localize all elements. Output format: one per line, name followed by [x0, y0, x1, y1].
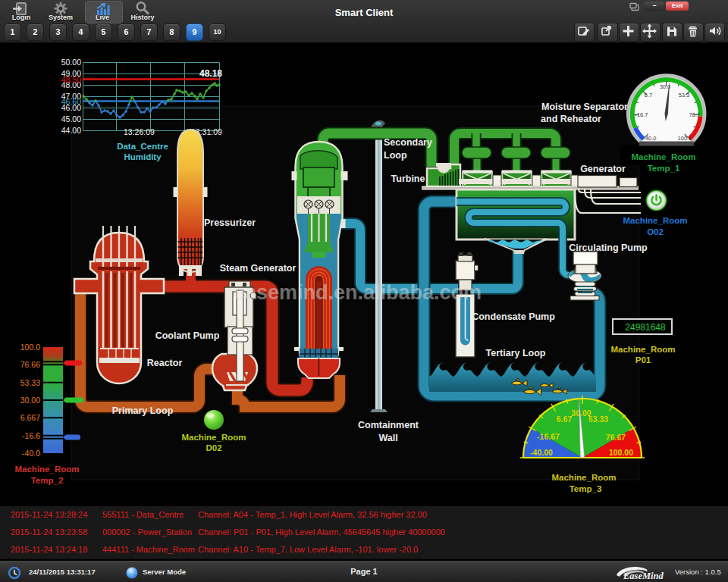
svg-text:EaseMind: EaseMind — [623, 571, 664, 581]
svg-text:Generator: Generator — [580, 164, 626, 174]
svg-text:Temp_2: Temp_2 — [31, 476, 64, 485]
svg-text:Machine_Room: Machine_Room — [15, 465, 80, 474]
svg-text:-16.7: -16.7 — [635, 111, 648, 118]
svg-text:6.67: 6.67 — [557, 415, 573, 424]
svg-text:50.00: 50.00 — [61, 58, 81, 67]
svg-text:P01: P01 — [635, 355, 651, 365]
svg-text:and Reheator: and Reheator — [541, 114, 601, 124]
svg-text:Condensate Pump: Condensate Pump — [472, 311, 555, 322]
svg-text:Circulating Pump: Circulating Pump — [569, 242, 648, 253]
svg-text:45.00: 45.00 — [61, 114, 81, 124]
svg-text:76.66: 76.66 — [20, 360, 40, 369]
svg-text:Tertiary Loop: Tertiary Loop — [486, 348, 546, 358]
svg-text:Coolant Pump: Coolant Pump — [155, 330, 220, 341]
svg-text:48.50: 48.50 — [61, 75, 81, 84]
svg-text:6.7: 6.7 — [645, 92, 652, 99]
svg-text:O02: O02 — [647, 227, 664, 236]
svg-text:Machine_Room: Machine_Room — [623, 216, 688, 225]
svg-text:Steam Generator: Steam Generator — [220, 263, 297, 274]
svg-text:Moisture Separator: Moisture Separator — [541, 102, 628, 112]
svg-text:Pressurizer: Pressurizer — [204, 217, 256, 228]
svg-text:13:26:09: 13:26:09 — [124, 127, 155, 136]
svg-text:-40.0: -40.0 — [22, 449, 40, 458]
svg-text:30.00: 30.00 — [20, 396, 40, 405]
svg-text:Secondary: Secondary — [384, 137, 432, 148]
svg-text:44.00: 44.00 — [61, 126, 81, 135]
svg-text:Machine_Room: Machine_Room — [611, 345, 676, 354]
svg-text:46.60: 46.60 — [61, 97, 81, 106]
svg-text:53.33: 53.33 — [20, 378, 40, 387]
svg-text:Machine_Room: Machine_Room — [552, 473, 617, 482]
svg-text:-40.0: -40.0 — [643, 135, 656, 142]
svg-text:Machine_Room: Machine_Room — [632, 152, 696, 161]
svg-text:-40.00: -40.00 — [530, 448, 553, 457]
svg-text:Wall: Wall — [378, 433, 397, 443]
svg-text:-16.6: -16.6 — [22, 431, 40, 440]
svg-text:6.667: 6.667 — [20, 413, 40, 422]
svg-text:100.0: 100.0 — [20, 343, 40, 352]
svg-text:Temp_1: Temp_1 — [648, 164, 680, 173]
svg-text:76.67: 76.67 — [606, 433, 626, 442]
svg-text:100.00: 100.00 — [609, 448, 633, 457]
svg-text:-16.67: -16.67 — [537, 432, 560, 441]
svg-text:53.3: 53.3 — [679, 92, 690, 99]
svg-text:100.0: 100.0 — [678, 135, 692, 142]
svg-text:easemind.en.alibaba.com: easemind.en.alibaba.com — [234, 281, 482, 304]
svg-text:Temp_3: Temp_3 — [570, 484, 602, 493]
svg-text:Turbine: Turbine — [391, 174, 425, 184]
svg-text:76.7: 76.7 — [689, 111, 701, 118]
svg-text:D02: D02 — [206, 443, 221, 452]
svg-text:Machine_Room: Machine_Room — [182, 433, 246, 442]
svg-text:Primary Loop: Primary Loop — [112, 405, 174, 416]
svg-text:Comtainment: Comtainment — [358, 420, 419, 430]
svg-text:Reactor: Reactor — [147, 358, 183, 368]
svg-text:48.18: 48.18 — [199, 68, 222, 79]
svg-text:53.33: 53.33 — [588, 415, 608, 424]
svg-text:Humidity: Humidity — [124, 152, 162, 161]
svg-text:Loop: Loop — [384, 150, 407, 161]
svg-text:Data_Centre: Data_Centre — [117, 142, 168, 151]
svg-text:24981648: 24981648 — [625, 322, 666, 333]
